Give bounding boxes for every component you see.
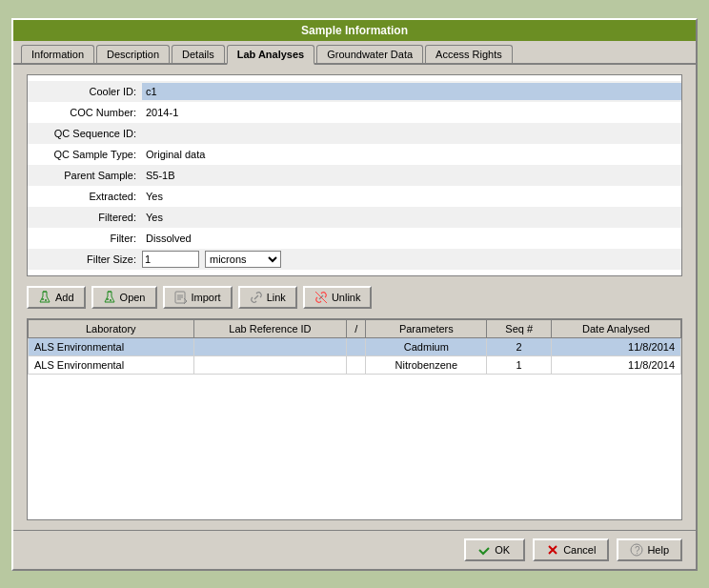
bottom-bar: OK Cancel ? Help (13, 530, 696, 569)
filtered-value: Yes (142, 212, 681, 223)
import-icon (174, 291, 188, 304)
cell-laboratory: ALS Environmental (29, 337, 194, 355)
cell-lab-ref-id (193, 355, 347, 374)
link-icon (250, 291, 263, 304)
tab-details[interactable]: Details (172, 45, 225, 63)
ok-button[interactable]: OK (464, 538, 525, 561)
tab-information[interactable]: Information (21, 45, 94, 63)
filter-size-row: Filter Size: microns (28, 249, 681, 270)
extracted-value: Yes (142, 191, 681, 202)
filter-value: Dissolved (142, 233, 681, 244)
lab-analyses-table: Laboratory Lab Reference ID / Parameters (28, 319, 681, 375)
cooler-id-row: Cooler ID: c1 (28, 81, 681, 102)
col-lab-ref-id: Lab Reference ID (193, 319, 347, 337)
svg-point-3 (110, 299, 111, 301)
main-window: Sample Information Information Descripti… (11, 18, 698, 571)
parent-sample-value: S5-1B (142, 170, 681, 181)
col-laboratory: Laboratory (29, 319, 194, 337)
parent-sample-label: Parent Sample: (28, 170, 142, 181)
flask-icon (38, 291, 51, 304)
unlink-icon (314, 291, 328, 304)
table-header-row: Laboratory Lab Reference ID / Parameters (29, 319, 681, 337)
parent-sample-row: Parent Sample: S5-1B (28, 165, 681, 186)
cell-laboratory: ALS Environmental (29, 355, 194, 374)
tab-bar: Information Description Details Lab Anal… (13, 41, 696, 65)
filtered-row: Filtered: Yes (28, 207, 681, 228)
cell-date: 11/8/2014 (551, 355, 680, 374)
ok-checkmark-icon (477, 543, 491, 557)
filter-row: Filter: Dissolved (28, 228, 681, 249)
tab-groundwater-data[interactable]: Groundwater Data (316, 45, 423, 63)
add-button[interactable]: Add (27, 286, 86, 309)
cell-slash (347, 337, 366, 355)
col-slash: / (347, 319, 366, 337)
qc-seq-id-row: QC Sequence ID: (28, 123, 681, 144)
import-button[interactable]: Import (163, 286, 233, 309)
qc-sample-type-label: QC Sample Type: (28, 149, 142, 160)
table-row[interactable]: ALS Environmental Cadmium 2 11/8/2014 (29, 337, 681, 355)
cell-date: 11/8/2014 (551, 337, 680, 355)
coc-number-value: 2014-1 (142, 107, 681, 118)
help-icon: ? (630, 543, 643, 557)
cooler-id-label: Cooler ID: (28, 86, 142, 97)
title-bar: Sample Information (13, 20, 696, 41)
tab-access-rights[interactable]: Access Rights (425, 45, 513, 63)
cell-lab-ref-id (193, 337, 347, 355)
lab-analyses-table-container: Laboratory Lab Reference ID / Parameters (27, 318, 682, 520)
coc-number-label: COC Number: (28, 107, 142, 118)
coc-number-row: COC Number: 2014-1 (28, 102, 681, 123)
tab-lab-analyses[interactable]: Lab Analyses (227, 45, 315, 65)
filtered-label: Filtered: (28, 212, 142, 223)
cancel-x-icon (546, 543, 559, 557)
svg-text:?: ? (635, 545, 640, 556)
cancel-button[interactable]: Cancel (533, 538, 609, 561)
qc-sample-type-value: Original data (142, 149, 681, 160)
filter-size-input[interactable] (142, 251, 199, 268)
qc-seq-id-label: QC Sequence ID: (28, 128, 142, 139)
filter-size-unit-select[interactable]: microns (205, 251, 281, 268)
window-title: Sample Information (301, 24, 408, 37)
cell-seq: 1 (487, 355, 552, 374)
extracted-row: Extracted: Yes (28, 186, 681, 207)
unlink-button[interactable]: Unlink (303, 286, 373, 309)
filter-label: Filter: (28, 233, 142, 244)
col-date-analysed: Date Analysed (551, 319, 680, 337)
tab-description[interactable]: Description (96, 45, 170, 63)
table-row[interactable]: ALS Environmental Nitrobenzene 1 11/8/20… (29, 355, 681, 374)
svg-point-2 (107, 298, 109, 300)
col-parameters: Parameters (366, 319, 487, 337)
cell-seq: 2 (487, 337, 552, 355)
action-button-row: Add Open Import (27, 284, 682, 311)
link-button[interactable]: Link (238, 286, 297, 309)
cooler-id-value: c1 (142, 83, 681, 100)
cell-parameters: Cadmium (366, 337, 487, 355)
filter-size-label: Filter Size: (28, 253, 142, 265)
content-area: Cooler ID: c1 COC Number: 2014-1 QC Sequ… (13, 65, 696, 530)
extracted-label: Extracted: (28, 191, 142, 202)
col-seq: Seq # (487, 319, 552, 337)
help-button[interactable]: ? Help (617, 538, 682, 561)
svg-point-0 (42, 298, 44, 300)
cell-parameters: Nitrobenzene (366, 355, 487, 374)
svg-point-1 (45, 299, 47, 301)
form-panel: Cooler ID: c1 COC Number: 2014-1 QC Sequ… (27, 74, 682, 276)
open-button[interactable]: Open (91, 286, 157, 309)
open-flask-icon (103, 291, 116, 304)
qc-sample-type-row: QC Sample Type: Original data (28, 144, 681, 165)
cell-slash (347, 355, 366, 374)
